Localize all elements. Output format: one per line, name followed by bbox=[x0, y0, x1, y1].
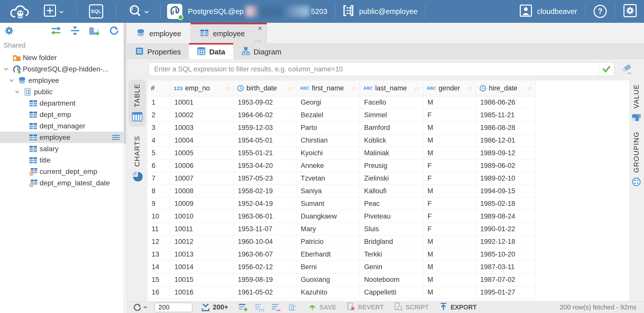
save-button[interactable]: SAVE bbox=[308, 302, 336, 313]
sort-icon[interactable]: ↓↑ bbox=[414, 85, 419, 92]
tab-properties[interactable]: Properties bbox=[127, 43, 189, 59]
presentation-tab-charts[interactable]: CHARTS bbox=[129, 132, 146, 186]
grid-cell[interactable]: Mary bbox=[296, 223, 360, 236]
grid-cell[interactable]: F bbox=[423, 172, 476, 185]
filter-input[interactable] bbox=[149, 63, 598, 76]
grid-cell[interactable]: M bbox=[423, 261, 476, 273]
tab-menu-icon[interactable]: ... bbox=[255, 36, 262, 43]
grid-cell[interactable]: Patricio bbox=[296, 236, 360, 248]
grid-cell[interactable]: Simmel bbox=[360, 109, 423, 122]
apply-filter-button[interactable] bbox=[598, 63, 614, 76]
tree-item-current-dept-emp[interactable]: current_dept_emp bbox=[0, 166, 127, 177]
schema-selector[interactable]: public@employee bbox=[342, 4, 418, 19]
grid-cell[interactable]: M bbox=[423, 236, 476, 248]
connection-name[interactable]: PostgreSQL@ep5203 bbox=[188, 6, 327, 17]
grid-cell[interactable]: Facello bbox=[360, 96, 423, 109]
grid-cell[interactable]: 1961-05-02 bbox=[234, 286, 296, 299]
grid-cell[interactable]: 1986-06-26 bbox=[476, 96, 536, 109]
row-number[interactable]: 2 bbox=[147, 109, 170, 122]
grid-cell[interactable]: Parto bbox=[296, 122, 360, 134]
tree-item-department[interactable]: department bbox=[0, 97, 127, 109]
revert-button[interactable]: REVERT bbox=[346, 302, 384, 313]
tree-item-dept-emp[interactable]: dept_emp bbox=[0, 109, 127, 120]
expander-icon[interactable] bbox=[9, 79, 18, 82]
grid-cell[interactable]: 1957-05-23 bbox=[234, 172, 296, 185]
cloudbeaver-logo[interactable] bbox=[9, 4, 29, 19]
delete-row-button[interactable] bbox=[271, 303, 281, 312]
connection-selector[interactable] bbox=[167, 4, 182, 19]
grid-cell[interactable]: M bbox=[423, 248, 476, 261]
grid-cell[interactable]: 10002 bbox=[170, 109, 234, 122]
tree-item-public[interactable]: public bbox=[0, 86, 127, 97]
tab-data[interactable]: Data bbox=[189, 43, 233, 59]
grid-cell[interactable]: Cappelletti bbox=[360, 286, 423, 299]
script-button[interactable]: SCRIPT bbox=[394, 302, 429, 313]
grid-cell[interactable]: 1987-07-02 bbox=[476, 273, 536, 286]
grid-cell[interactable]: 1959-08-19 bbox=[234, 273, 296, 286]
row-number[interactable]: 9 bbox=[147, 198, 170, 210]
column-header-rownum[interactable]: # bbox=[147, 81, 170, 96]
grid-cell[interactable]: 1959-12-03 bbox=[234, 122, 296, 134]
grid-cell[interactable]: 10010 bbox=[170, 210, 234, 223]
column-header-first_name[interactable]: ABCfirst_name↓↑ bbox=[296, 81, 360, 96]
grid-cell[interactable]: 1952-04-19 bbox=[234, 198, 296, 210]
grid-cell[interactable]: 1955-01-21 bbox=[234, 147, 296, 160]
column-header-last_name[interactable]: ABClast_name↓↑ bbox=[360, 81, 423, 96]
refresh-results-button[interactable] bbox=[132, 303, 147, 312]
grid-cell[interactable]: Kazuhito bbox=[296, 286, 360, 299]
grid-cell[interactable]: M bbox=[423, 134, 476, 147]
column-header-emp_no[interactable]: 123emp_no↓↑ bbox=[170, 81, 234, 96]
grid-cell[interactable]: 1954-05-01 bbox=[234, 134, 296, 147]
grid-cell[interactable]: Georgi bbox=[296, 96, 360, 109]
grid-cell[interactable]: Chirstian bbox=[296, 134, 360, 147]
column-header-gender[interactable]: ABCgender↓↑ bbox=[423, 81, 476, 96]
row-number[interactable]: 14 bbox=[147, 261, 170, 273]
sort-icon[interactable]: ↓↑ bbox=[467, 85, 472, 92]
grid-cell[interactable]: 1956-02-12 bbox=[234, 261, 296, 273]
tree-item-employee[interactable]: employee bbox=[0, 132, 127, 143]
grid-cell[interactable]: F bbox=[423, 198, 476, 210]
navigator-settings-button[interactable] bbox=[4, 25, 15, 37]
grid-cell[interactable]: 1953-11-07 bbox=[234, 223, 296, 236]
grid-cell[interactable]: Nooteboom bbox=[360, 273, 423, 286]
grid-cell[interactable]: 10008 bbox=[170, 185, 234, 198]
grid-cell[interactable]: Guoxiang bbox=[296, 273, 360, 286]
grid-cell[interactable]: 1958-02-19 bbox=[234, 185, 296, 198]
tab-employee-database[interactable]: employee bbox=[127, 23, 191, 43]
grid-cell[interactable]: 10004 bbox=[170, 134, 234, 147]
new-connection-button[interactable] bbox=[44, 4, 64, 19]
grid-cell[interactable]: 10013 bbox=[170, 248, 234, 261]
presentation-tab-table[interactable]: TABLE bbox=[129, 80, 146, 127]
grid-cell[interactable]: F bbox=[423, 160, 476, 172]
grid-cell[interactable]: Bamford bbox=[360, 122, 423, 134]
grid-cell[interactable]: Maliniak bbox=[360, 147, 423, 160]
grid-cell[interactable]: Sumant bbox=[296, 198, 360, 210]
tab-diagram[interactable]: Diagram bbox=[233, 43, 290, 59]
row-number[interactable]: 7 bbox=[147, 172, 170, 185]
grid-cell[interactable]: 1995-01-27 bbox=[476, 286, 536, 299]
grid-cell[interactable]: 1986-08-28 bbox=[476, 122, 536, 134]
panel-toggle-grouping[interactable]: GROUPING bbox=[629, 131, 644, 188]
item-menu-icon[interactable] bbox=[112, 134, 120, 141]
grid-cell[interactable]: 1989-06-02 bbox=[476, 160, 536, 172]
user-menu[interactable]: cloudbeaver bbox=[519, 4, 577, 19]
grid-cell[interactable]: Bridgland bbox=[360, 236, 423, 248]
sort-icon[interactable]: ↓↑ bbox=[527, 85, 532, 92]
sidebar-scrollbar[interactable] bbox=[123, 23, 127, 313]
row-number[interactable]: 4 bbox=[147, 134, 170, 147]
close-icon[interactable]: × bbox=[258, 25, 262, 32]
row-number[interactable]: 10 bbox=[147, 210, 170, 223]
grid-cell[interactable]: Tzvetan bbox=[296, 172, 360, 185]
row-number[interactable]: 16 bbox=[147, 286, 170, 299]
fetch-more-button[interactable]: 200+ bbox=[201, 303, 228, 312]
grid-cell[interactable]: Kyoichi bbox=[296, 147, 360, 160]
tree-item-postgresql-ep-hidden-[interactable]: PostgreSQL@ep-hidden-... bbox=[0, 63, 127, 75]
row-number[interactable]: 15 bbox=[147, 273, 170, 286]
grid-cell[interactable]: Bezalel bbox=[296, 109, 360, 122]
help-button[interactable]: ? bbox=[594, 5, 607, 18]
grid-cell[interactable]: Piveteau bbox=[360, 210, 423, 223]
grid-cell[interactable]: Eberhardt bbox=[296, 248, 360, 261]
grid-cell[interactable]: Anneke bbox=[296, 160, 360, 172]
grid-cell[interactable]: 10006 bbox=[170, 160, 234, 172]
grid-cell[interactable]: 1990-01-22 bbox=[476, 223, 536, 236]
